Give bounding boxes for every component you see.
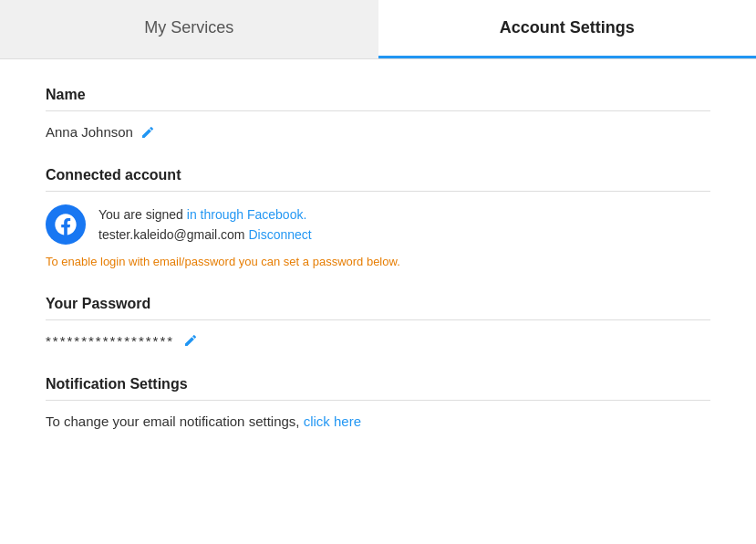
- tab-my-services[interactable]: My Services: [0, 0, 378, 58]
- notification-section: Notification Settings To change your ema…: [46, 376, 710, 429]
- tab-account-settings[interactable]: Account Settings: [378, 0, 757, 58]
- disconnect-link[interactable]: Disconnect: [248, 227, 311, 242]
- name-value: Anna Johnson: [46, 124, 133, 140]
- notification-click-here-link[interactable]: click here: [304, 413, 361, 429]
- password-row: ******************: [46, 333, 710, 349]
- content-area: Name Anna Johnson Connected account You …: [0, 59, 756, 484]
- password-edit-icon[interactable]: [183, 333, 198, 348]
- connected-account-divider: [46, 191, 710, 192]
- enable-login-note: To enable login with email/password you …: [46, 255, 710, 268]
- connected-email: tester.kaleido@gmail.com: [98, 227, 245, 242]
- facebook-icon: [46, 204, 86, 245]
- name-title: Name: [46, 87, 710, 103]
- notification-text-before: To change your email notification settin…: [46, 413, 300, 429]
- connected-account-row: You are signed in through Facebook. test…: [46, 204, 710, 246]
- notification-text-row: To change your email notification settin…: [46, 413, 710, 429]
- signed-in-text: You are signed in through Facebook.: [98, 204, 312, 225]
- connected-account-title: Connected account: [46, 167, 710, 183]
- name-edit-icon[interactable]: [140, 125, 155, 140]
- password-section: Your Password ******************: [46, 296, 710, 349]
- notification-title: Notification Settings: [46, 376, 710, 392]
- password-title: Your Password: [46, 296, 710, 312]
- password-dots: ******************: [46, 333, 174, 349]
- name-divider: [46, 110, 710, 111]
- password-divider: [46, 319, 710, 320]
- email-disconnect-row: tester.kaleido@gmail.com Disconnect: [98, 225, 312, 245]
- connected-info: You are signed in through Facebook. test…: [98, 204, 312, 246]
- notification-divider: [46, 400, 710, 401]
- name-value-row: Anna Johnson: [46, 124, 710, 140]
- name-section: Name Anna Johnson: [46, 87, 710, 140]
- tab-bar: My Services Account Settings: [0, 0, 756, 59]
- connected-account-section: Connected account You are signed in thro…: [46, 167, 710, 268]
